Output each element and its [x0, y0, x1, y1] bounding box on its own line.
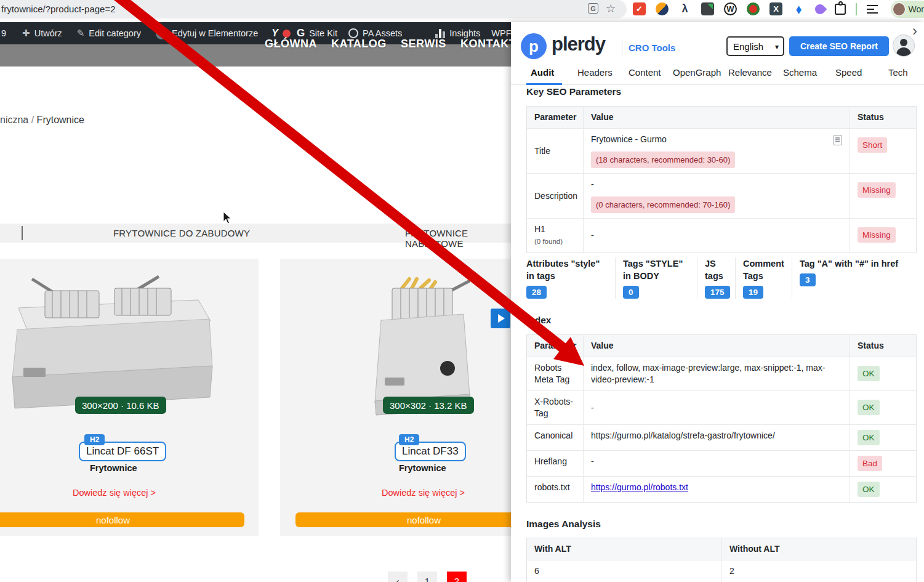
- status-badge: Short: [858, 137, 887, 153]
- status-badge: Missing: [858, 227, 896, 243]
- count-badge: 3: [800, 273, 816, 286]
- table-row-h1: H1 (0 found) - Missing: [527, 218, 916, 253]
- analytics-icon[interactable]: λ: [678, 2, 691, 15]
- nofollow-badge[interactable]: nofollow: [0, 512, 244, 527]
- plerdy-seo-panel: › p plerdy CRO Tools English▾ Create SEO…: [511, 22, 924, 582]
- tab-content[interactable]: Content: [629, 67, 661, 78]
- count-badge: 175: [705, 286, 730, 299]
- tab-opengraph[interactable]: OpenGraph: [673, 67, 721, 78]
- section-title-key-seo: Key SEO Parameters: [526, 86, 621, 97]
- divider: [22, 226, 23, 240]
- category-tabs: FRYTOWNICE DO ZABUDOWY FRYTOWNICE NABLAT…: [0, 224, 511, 243]
- table-row-title: Title Frytownice - Gurmo (18 characters,…: [527, 128, 916, 173]
- address-bar[interactable]: frytownice/?product-page=2 G ☆: [0, 0, 627, 18]
- status-badge: OK: [858, 430, 880, 445]
- status-badge: Missing: [858, 182, 896, 198]
- admin-edit-category[interactable]: ✎ Edit category: [77, 28, 141, 39]
- brand-subtitle: CRO Tools: [629, 42, 675, 53]
- tab-frytownice-zabudowy[interactable]: FRYTOWNICE DO ZABUDOWY: [113, 228, 250, 238]
- tag-icon[interactable]: ⬧: [792, 2, 805, 15]
- url-text[interactable]: frytownice/?product-page=2: [1, 4, 116, 14]
- swirl-icon[interactable]: [656, 2, 669, 15]
- table-row-alt-counts: 6 2: [527, 560, 916, 582]
- tab-schema[interactable]: Schema: [783, 67, 817, 78]
- tab-tech[interactable]: Tech: [888, 67, 908, 78]
- brand-name: plerdy: [552, 33, 605, 55]
- pencil-icon: ✎: [77, 28, 85, 39]
- h2-tag-badge: H2: [399, 434, 419, 445]
- bookmark-star-icon[interactable]: ☆: [606, 2, 616, 15]
- read-more-link[interactable]: Dowiedz się więcej >: [73, 488, 156, 498]
- plerdy-logo-icon: p: [521, 33, 547, 59]
- breadcrumb: niczna / Frytownice: [0, 115, 84, 126]
- todoist-icon[interactable]: ✓: [633, 2, 646, 15]
- x-icon[interactable]: X: [769, 2, 782, 15]
- admin-pa-assets[interactable]: PA Assets: [348, 28, 402, 38]
- product-card[interactable]: 300×200 · 10.6 KB H2 Lincat DF 66ST Fryt…: [0, 259, 259, 536]
- language-select[interactable]: English▾: [726, 36, 784, 56]
- robots-txt-link[interactable]: https://gurmo.pl/robots.txt: [591, 482, 688, 492]
- h2-tag-badge: H2: [84, 434, 105, 445]
- tab-frytownice-nablatowe[interactable]: FRYTOWNICE NABLATOWE: [405, 228, 511, 249]
- tab-audit[interactable]: Audit: [531, 67, 554, 78]
- play-button[interactable]: [491, 309, 510, 328]
- pagination-page-1[interactable]: 1: [417, 572, 437, 582]
- admin-new-button[interactable]: ✚ Utwórz: [22, 28, 62, 39]
- nav-serwis[interactable]: SERWIS: [401, 38, 446, 51]
- count-badge: 0: [623, 286, 639, 299]
- record-icon[interactable]: [747, 2, 760, 15]
- product-card[interactable]: 300×302 · 13.2 KB H2 Lincat DF33 Frytown…: [280, 259, 539, 536]
- title-value: Frytownice - Gurmo: [591, 134, 667, 145]
- divider: [856, 3, 857, 15]
- table-row-hreflang: Hreflang - Bad: [527, 450, 916, 476]
- profile-label: Wor: [909, 4, 924, 14]
- copy-clipboard-icon[interactable]: [834, 135, 842, 145]
- translate-icon[interactable]: G: [588, 3, 598, 14]
- h1-value: -: [584, 219, 850, 253]
- canonical-value: https://gurmo.pl/katalog/strefa-gastro/f…: [584, 425, 850, 450]
- comments-count[interactable]: 9: [1, 28, 6, 38]
- table-header-row: Parameter Value Status: [527, 107, 916, 128]
- wappalyzer-icon[interactable]: W: [724, 2, 737, 15]
- tag-stats-row: Attributes "style" in tags 28 Tags "STYL…: [526, 257, 917, 299]
- length-note: (18 characters, recommended: 30-60): [591, 152, 735, 168]
- admin-elementor[interactable]: E Edytuj w Elementorze: [156, 28, 258, 39]
- play-icon: [498, 314, 505, 323]
- extensions-puzzle-icon[interactable]: [835, 4, 846, 15]
- screenshot-root: frytownice/?product-page=2 G ☆ ✓ λ W X ⬧…: [0, 0, 924, 582]
- status-badge: Bad: [858, 456, 882, 471]
- table-header-row: Parameter Value Status: [527, 335, 916, 357]
- account-avatar[interactable]: [893, 34, 915, 57]
- nav-katalog[interactable]: KATALOG: [331, 38, 387, 51]
- images-analysis-table: With ALT Without ALT 6 2: [526, 538, 917, 582]
- panel-collapse-chevron[interactable]: ›: [912, 22, 917, 39]
- read-more-link[interactable]: Dowiedz się więcej >: [382, 488, 465, 498]
- status-badge: OK: [858, 366, 880, 381]
- stat-style-attributes: Attributes "style" in tags 28: [526, 257, 615, 299]
- nav-kontakt[interactable]: KONTAKT: [460, 38, 516, 51]
- tab-headers[interactable]: Headers: [577, 67, 613, 78]
- pagination-prev[interactable]: ‹: [388, 572, 408, 582]
- section-title-index: Index: [526, 315, 551, 326]
- create-seo-report-button[interactable]: Create SEO Report: [789, 36, 889, 56]
- extensions-row: ✓ λ W X ⬧: [633, 2, 878, 15]
- image-size-badge: 300×200 · 10.6 KB: [75, 397, 166, 414]
- x-robots-value: -: [584, 391, 850, 424]
- tab-speed[interactable]: Speed: [835, 67, 862, 78]
- nav-glowna[interactable]: GŁÓWNA: [265, 38, 317, 51]
- browser-toolbar: frytownice/?product-page=2 G ☆ ✓ λ W X ⬧…: [0, 0, 924, 18]
- stat-style-tags-body: Tags "STYLE" in BODY 0: [615, 257, 697, 299]
- panel-tabs: Audit Headers Content OpenGraph Relevanc…: [511, 64, 924, 85]
- robots-meta-value: index, follow, max-image-preview:large, …: [584, 357, 850, 390]
- pagination-page-2[interactable]: 2: [447, 572, 467, 582]
- folder-icon[interactable]: [701, 2, 714, 15]
- product-category: Frytownice: [90, 463, 137, 473]
- browser-profile[interactable]: Wor: [891, 1, 924, 18]
- table-header-row: With ALT Without ALT: [527, 538, 916, 560]
- table-row-robots-meta: Robots Meta Tag index, follow, max-image…: [527, 357, 916, 390]
- divider: [622, 41, 622, 55]
- tab-relevance[interactable]: Relevance: [728, 67, 772, 78]
- playlist-icon[interactable]: [867, 5, 878, 14]
- droplet-icon[interactable]: [813, 2, 827, 16]
- admin-insights[interactable]: Insights: [435, 28, 480, 38]
